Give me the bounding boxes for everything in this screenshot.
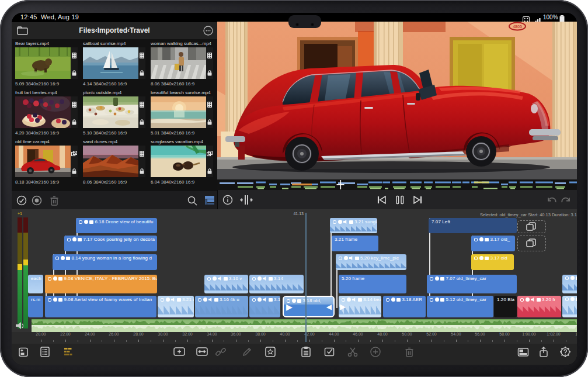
svg-text:4805: 4805 [513,25,522,29]
